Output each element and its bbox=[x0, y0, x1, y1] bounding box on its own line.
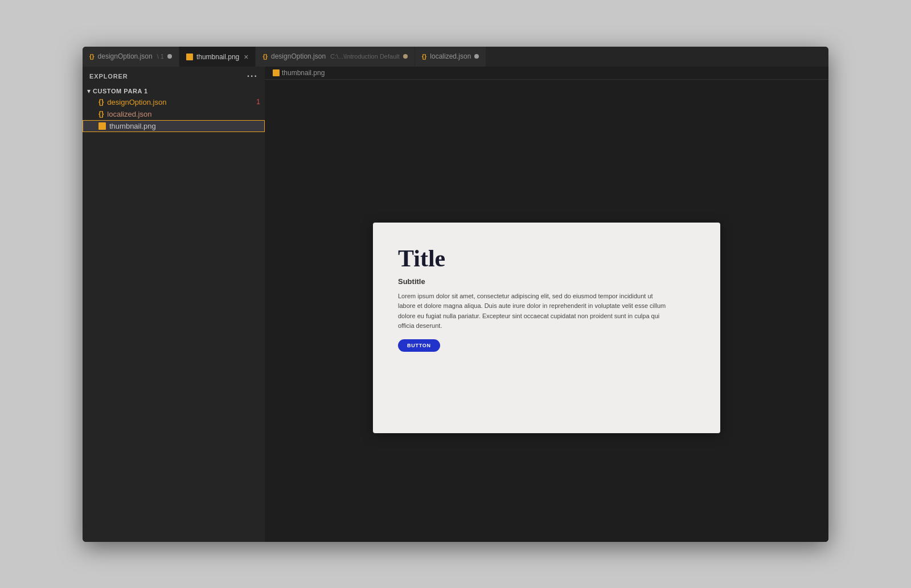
sidebar-header: EXPLORER ··· bbox=[83, 67, 265, 86]
tab-path: \ 1 bbox=[157, 53, 164, 60]
thumbnail-preview-card: Title Subtitle Lorem ipsum dolor sit ame… bbox=[373, 223, 720, 433]
editor-area: thumbnail.png Title Subtitle Lorem ipsum… bbox=[265, 67, 828, 542]
file-item-localized[interactable]: {} localized.json bbox=[83, 108, 265, 120]
file-name: thumbnail.png bbox=[109, 122, 156, 130]
tab-modified-dot bbox=[403, 54, 408, 59]
breadcrumb: thumbnail.png bbox=[265, 67, 828, 80]
json-icon: {} bbox=[422, 53, 427, 60]
file-name: designOption.json bbox=[107, 98, 166, 106]
editor-content: Title Subtitle Lorem ipsum dolor sit ame… bbox=[265, 80, 828, 542]
png-file-icon bbox=[99, 122, 106, 130]
file-item-design-option[interactable]: {} designOption.json 1 bbox=[83, 96, 265, 108]
main-area: EXPLORER ··· ▾ CUSTOM PARA 1 {} designOp… bbox=[83, 67, 828, 542]
tab-label: designOption.json bbox=[271, 52, 326, 60]
png-icon bbox=[186, 54, 193, 60]
chevron-down-icon: ▾ bbox=[87, 87, 91, 95]
sidebar-tree: ▾ CUSTOM PARA 1 {} designOption.json 1 {… bbox=[83, 86, 265, 542]
breadcrumb-filename: thumbnail.png bbox=[282, 69, 325, 77]
tab-path: C:\...\Introduction Default bbox=[330, 53, 400, 60]
file-name: localized.json bbox=[107, 110, 151, 118]
tab-modified-dot bbox=[167, 54, 172, 59]
tab-thumbnail[interactable]: thumbnail.png × bbox=[179, 47, 256, 67]
preview-subtitle: Subtitle bbox=[398, 277, 695, 286]
json-icon: {} bbox=[89, 53, 95, 60]
tab-close-button[interactable]: × bbox=[244, 52, 248, 61]
file-badge: 1 bbox=[256, 98, 260, 106]
file-item-thumbnail[interactable]: thumbnail.png bbox=[83, 120, 265, 132]
tab-bar: {} designOption.json \ 1 thumbnail.png ×… bbox=[83, 47, 828, 67]
tab-localized[interactable]: {} localized.json bbox=[415, 47, 487, 67]
tab-design-option-2[interactable]: {} designOption.json C:\...\Introduction… bbox=[256, 47, 415, 67]
json-icon: {} bbox=[262, 53, 268, 60]
tab-label: designOption.json bbox=[98, 52, 153, 60]
png-breadcrumb-icon bbox=[273, 69, 280, 76]
sidebar-more-button[interactable]: ··· bbox=[247, 71, 258, 81]
json-file-icon: {} bbox=[99, 98, 104, 106]
tab-modified-dot bbox=[474, 54, 479, 59]
tab-design-option-1[interactable]: {} designOption.json \ 1 bbox=[83, 47, 179, 67]
tab-label: thumbnail.png bbox=[196, 53, 239, 61]
tab-label: localized.json bbox=[430, 52, 471, 60]
preview-title: Title bbox=[398, 245, 695, 272]
preview-body: Lorem ipsum dolor sit amet, consectetur … bbox=[398, 291, 671, 331]
json-file-icon: {} bbox=[99, 110, 104, 118]
sidebar: EXPLORER ··· ▾ CUSTOM PARA 1 {} designOp… bbox=[83, 67, 265, 542]
preview-button: BUTTON bbox=[398, 339, 440, 352]
folder-custom-para-1[interactable]: ▾ CUSTOM PARA 1 bbox=[83, 86, 265, 96]
vscode-window: {} designOption.json \ 1 thumbnail.png ×… bbox=[83, 47, 828, 542]
sidebar-title: EXPLORER bbox=[89, 73, 128, 80]
folder-label: CUSTOM PARA 1 bbox=[93, 88, 148, 94]
